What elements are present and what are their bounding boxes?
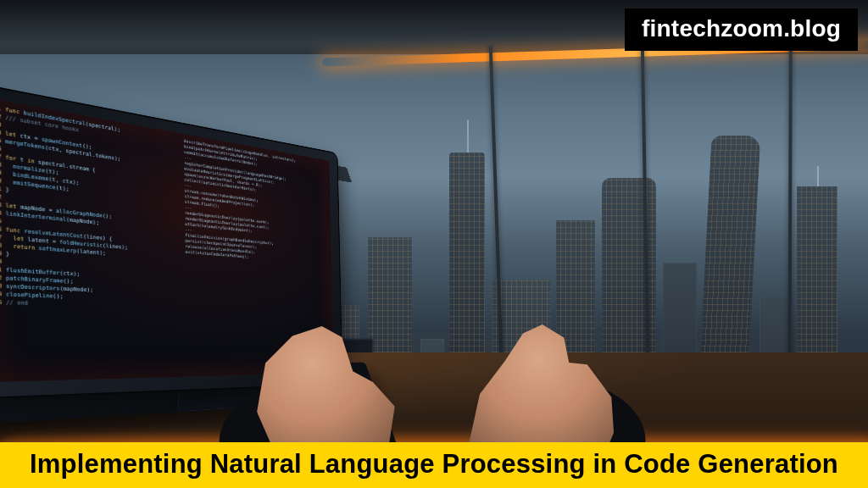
watermark-label: fintechzoom.blog (625, 8, 858, 51)
scene: 11 func buildIndexSpectral(spectral); 12… (0, 0, 868, 488)
title-banner: Implementing Natural Language Processing… (0, 442, 868, 488)
code-column-left: 11 func buildIndexSpectral(spectral); 12… (0, 103, 170, 377)
